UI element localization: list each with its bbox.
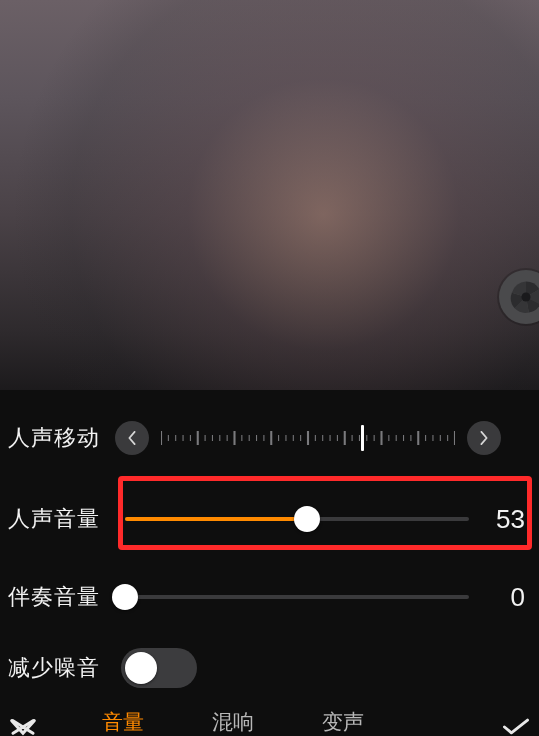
chevron-right-icon (477, 431, 491, 445)
tab-reverb[interactable]: 混响 (178, 708, 288, 736)
voice-volume-row: 人声音量 53 (0, 484, 539, 554)
noise-reduce-toggle[interactable] (121, 648, 197, 688)
bottom-tab-bar: 音量 混响 变声 (0, 704, 539, 736)
audio-controls-panel: 人声移动 人声音量 (0, 390, 539, 736)
tab-voice-change[interactable]: 变声 (288, 708, 398, 736)
aperture-icon (509, 280, 539, 314)
voice-shift-row: 人声移动 (0, 408, 539, 468)
accomp-volume-value: 0 (511, 582, 525, 613)
noise-reduce-row: 减少噪音 (0, 638, 539, 698)
close-x-icon (8, 718, 38, 736)
close-button[interactable] (0, 718, 68, 736)
svg-point-1 (521, 292, 530, 301)
check-icon (501, 718, 531, 736)
slider-fill (125, 517, 307, 521)
noise-reduce-label: 减少噪音 (0, 657, 115, 679)
voice-volume-value: 53 (496, 504, 525, 535)
accomp-volume-label: 伴奏音量 (0, 586, 115, 608)
accomp-volume-row: 伴奏音量 0 (0, 562, 539, 632)
tab-volume[interactable]: 音量 (68, 708, 178, 736)
slider-track (125, 595, 469, 599)
voice-volume-label: 人声音量 (0, 508, 115, 530)
voice-shift-next-button[interactable] (467, 421, 501, 455)
video-preview (0, 0, 539, 390)
toggle-knob (125, 652, 157, 684)
chevron-left-icon (125, 431, 139, 445)
confirm-button[interactable] (471, 718, 539, 736)
voice-shift-cursor[interactable] (361, 425, 364, 451)
voice-shift-label: 人声移动 (0, 427, 115, 449)
voice-shift-ruler[interactable] (161, 423, 455, 453)
slider-thumb[interactable] (112, 584, 138, 610)
slider-thumb[interactable] (294, 506, 320, 532)
camera-shutter-button[interactable] (499, 270, 539, 324)
voice-volume-slider[interactable]: 53 (115, 499, 539, 539)
voice-shift-prev-button[interactable] (115, 421, 149, 455)
accomp-volume-slider[interactable]: 0 (115, 577, 539, 617)
ruler-ticks (161, 423, 455, 453)
